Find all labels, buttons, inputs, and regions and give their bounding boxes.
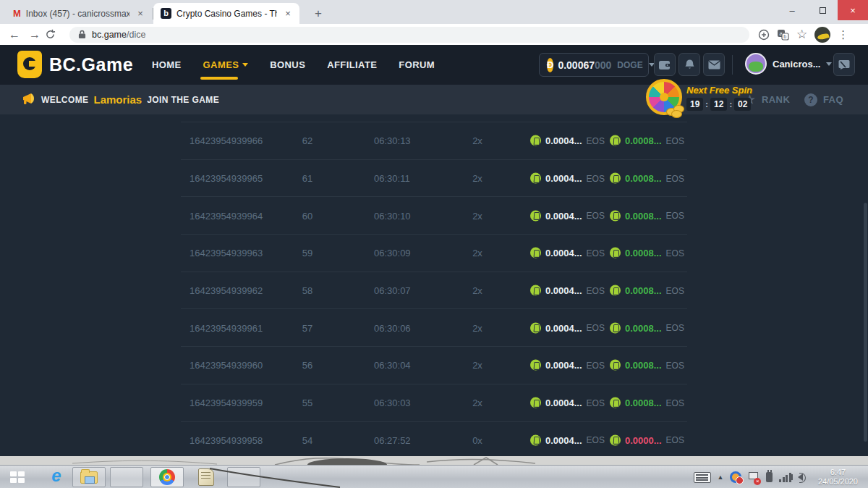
table-row[interactable]: 16423954939960 56 06:30:04 2x 0.0004... … (181, 347, 687, 384)
balance-value: 0.00067 (558, 59, 595, 71)
back-button[interactable]: ← (4, 28, 25, 41)
desktop-wallpaper (0, 456, 868, 465)
megaphone-icon (22, 93, 36, 106)
bet-amount-cell: 0.0004... EOS (530, 248, 605, 258)
user-menu[interactable]: Canicros... (745, 53, 832, 75)
tab-close-icon[interactable]: × (282, 8, 294, 20)
free-spin-widget[interactable]: Next Free Spin 19 : 12 : 02 (646, 79, 752, 115)
tab-close-icon[interactable]: × (135, 8, 146, 20)
table-row[interactable]: 16423954939963 59 06:30:09 2x 0.0004... … (181, 235, 687, 272)
join-label: JOIN THE GAME (147, 95, 219, 105)
bet-profit-cell: 0.0008... EOS (610, 285, 684, 296)
forward-button[interactable]: → (25, 28, 45, 41)
currency-label: EOS (666, 323, 684, 333)
taskbar-chrome[interactable] (150, 467, 184, 487)
tray-expand-icon[interactable]: ▲ (718, 474, 724, 481)
table-row[interactable]: 16423954939965 61 06:30:11 2x 0.0004... … (181, 160, 687, 198)
bet-time: 06:30:09 (374, 248, 411, 258)
bet-time: 06:30:10 (374, 210, 411, 221)
header-divider (732, 55, 733, 75)
eos-coin-icon (610, 360, 621, 371)
bet-time: 06:30:03 (374, 397, 411, 408)
speaker-icon[interactable] (798, 474, 803, 481)
plus-circle-icon[interactable] (758, 29, 770, 41)
restore-button[interactable] (807, 0, 838, 20)
taskbar-app-1[interactable] (110, 467, 143, 487)
bet-id: 16423954939959 (190, 397, 263, 408)
taskbar-ie[interactable]: e (40, 467, 73, 487)
username: Canicros... (773, 59, 820, 70)
bet-amount: 0.0004... (545, 397, 582, 408)
bcgame-logo[interactable]: BC.Game (17, 51, 133, 78)
tray-app-icon[interactable] (730, 471, 741, 483)
faq-link[interactable]: ? FAQ (804, 85, 843, 114)
currency-label: EOS (666, 173, 684, 183)
bet-profit: 0.0008... (625, 397, 662, 408)
tab-bcgame[interactable]: b Crypto Casino Games - The 8 Bes × (153, 3, 299, 24)
nav-affiliate[interactable]: AFFILIATE (327, 45, 377, 85)
keyboard-icon[interactable] (694, 472, 711, 483)
minimize-button[interactable]: – (777, 0, 807, 20)
bookmark-star-icon[interactable]: ☆ (796, 27, 807, 42)
eos-coin-icon (530, 135, 541, 146)
browser-tabstrip: M Inbox (457) - canicrossmaxx@gm × b Cry… (0, 0, 868, 24)
table-row[interactable]: 16423954939959 55 06:30:03 2x 0.0004... … (181, 384, 687, 422)
bet-id: 16423954939964 (190, 210, 263, 221)
address-bar[interactable]: bc.game/dice (69, 27, 749, 43)
taskbar-clock[interactable]: 6:47 24/05/2020 (814, 468, 862, 487)
nav-home[interactable]: HOME (152, 45, 182, 85)
toolbar-actions: a b ☆ ⋮ (758, 27, 848, 43)
chat-bubble-icon (838, 59, 850, 70)
browser-profile-avatar[interactable] (814, 27, 830, 43)
eos-coin-icon (530, 322, 541, 333)
roll-result: 57 (282, 322, 333, 333)
bet-profit: 0.0008... (625, 135, 662, 146)
url-text[interactable]: bc.game/dice (92, 30, 145, 40)
messages-button[interactable] (703, 53, 725, 76)
table-row[interactable]: 16423954939966 62 06:30:13 2x 0.0004... … (181, 122, 687, 160)
balance-selector[interactable]: Ð 0.00067000 DOGE (539, 53, 649, 77)
translate-icon[interactable]: a b (777, 29, 789, 41)
wallet-button[interactable] (654, 53, 676, 76)
power-icon[interactable] (766, 472, 773, 482)
bcgame-favicon: b (161, 8, 171, 19)
notifications-button[interactable] (678, 53, 700, 76)
eos-coin-icon (530, 285, 541, 296)
currency-label: EOS (587, 397, 605, 408)
currency-label: EOS (666, 211, 684, 221)
clock-time: 6:47 (818, 468, 858, 477)
eos-coin-icon (610, 135, 621, 146)
taskbar-explorer[interactable] (72, 467, 106, 487)
eos-coin-icon (530, 248, 541, 258)
new-tab-button[interactable]: + (310, 6, 327, 23)
start-button[interactable] (4, 468, 30, 486)
bet-time: 06:27:52 (374, 434, 411, 445)
table-row[interactable]: 16423954939961 57 06:30:06 2x 0.0004... … (181, 309, 687, 347)
chrome-icon (159, 469, 175, 485)
page-scrollbar[interactable] (864, 203, 867, 442)
menu-icon[interactable]: ⋮ (838, 28, 848, 41)
action-center-flag-icon[interactable] (748, 471, 758, 483)
reload-button[interactable] (45, 29, 65, 40)
bets-table-body: 16423954939966 62 06:30:13 2x 0.0004... … (181, 122, 687, 456)
roll-result: 58 (282, 285, 333, 296)
nav-bonus[interactable]: BONUS (270, 45, 305, 85)
dice-page-main: 16423954939966 62 06:30:13 2x 0.0004... … (0, 114, 868, 456)
table-row[interactable]: 16423954939962 58 06:30:07 2x 0.0004... … (181, 272, 687, 310)
tab-gmail[interactable]: M Inbox (457) - canicrossmaxx@gm × (6, 3, 152, 24)
wallet-icon (658, 59, 671, 70)
restore-icon (820, 7, 826, 14)
currency-label: EOS (666, 397, 684, 408)
bet-amount: 0.0004... (545, 285, 582, 296)
table-row[interactable]: 16423954939958 54 06:27:52 0x 0.0004... … (181, 422, 687, 457)
bet-time: 06:30:04 (374, 360, 411, 371)
roll-result: 56 (282, 360, 333, 371)
table-row[interactable]: 16423954939964 60 06:30:10 2x 0.0004... … (181, 197, 687, 235)
close-button[interactable]: × (838, 0, 868, 20)
chat-toggle-button[interactable] (833, 53, 855, 76)
bet-profit: 0.0008... (625, 173, 662, 184)
bet-profit: 0.0008... (625, 285, 662, 296)
nav-forum[interactable]: FORUM (399, 45, 435, 85)
balance-currency: DOGE (617, 60, 642, 70)
nav-games[interactable]: GAMES (203, 45, 249, 85)
